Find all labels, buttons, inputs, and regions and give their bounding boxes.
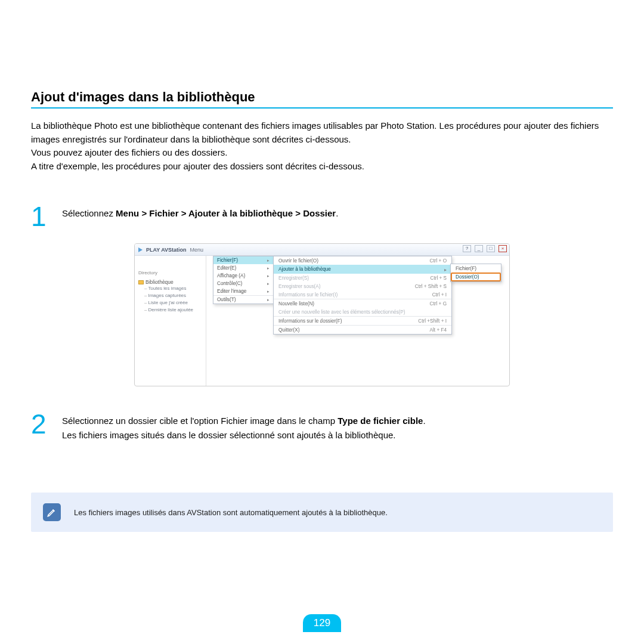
app-menu-label[interactable]: Menu: [190, 247, 204, 253]
info-note: Les fichiers images utilisés dans AVStat…: [31, 493, 613, 532]
intro-p2: Vous pouvez ajouter des fichiers ou des …: [31, 146, 613, 160]
step2-line2: Les fichiers images situés dans le dossi…: [62, 430, 396, 440]
app-title: PLAY AVStation: [146, 247, 187, 253]
step2-post: .: [423, 416, 425, 426]
window-maximize-button[interactable]: □: [487, 245, 495, 252]
tree-item[interactable]: Liste que j'ai créée: [144, 299, 206, 306]
step1-pre: Sélectionnez: [62, 208, 116, 218]
submenu3-item-dossier[interactable]: Dossier(O): [451, 273, 501, 281]
app-screenshot: PLAY AVStation Menu ? _ □ × Directory Bi…: [134, 243, 510, 386]
submenu-item-enregistrer-sous: Enregistrer sous(A)Ctrl + Shift + S: [274, 282, 451, 290]
step1-post: .: [336, 208, 338, 218]
step1-path: Menu > Fichier > Ajouter à la bibliothèq…: [116, 208, 336, 218]
submenu-item-info-fichier: Informations sur le fichier(I)Ctrl + I: [274, 290, 451, 299]
menu-item-editer[interactable]: Editer(E)▸: [213, 264, 273, 272]
submenu-item-ajouter[interactable]: Ajouter à la bibliothèque▸: [274, 265, 451, 274]
intro-block: La bibliothèque Photo est une bibliothèq…: [31, 119, 613, 173]
submenu-fichier: Ouvrir le fichier(O)Ctrl + O Ajouter à l…: [273, 256, 452, 335]
submenu-item-info-dossier[interactable]: Informations sur le dossier(F)Ctrl +Shif…: [274, 316, 451, 325]
step-2: 2 Sélectionnez un dossier cible et l'opt…: [31, 410, 613, 442]
submenu3-item-fichier[interactable]: Fichier(F): [451, 264, 501, 273]
pencil-icon: [43, 503, 61, 521]
submenu-item-ouvrir[interactable]: Ouvrir le fichier(O)Ctrl + O: [274, 256, 451, 265]
note-text: Les fichiers images utilisés dans AVStat…: [74, 508, 388, 517]
menu-item-outils[interactable]: Outils(T)▸: [213, 295, 273, 304]
menu-item-fichier[interactable]: Fichier(F)▸: [213, 256, 273, 264]
tree-item[interactable]: Images capturées: [144, 292, 206, 299]
window-minimize-button[interactable]: _: [475, 245, 483, 252]
step-2-number: 2: [31, 410, 51, 442]
submenu-item-nouvelle-liste[interactable]: Nouvelle liste(N)Ctrl + G: [274, 299, 451, 308]
tree-root[interactable]: Bibliothèque: [138, 279, 206, 285]
submenu-ajouter: Fichier(F) Dossier(O): [450, 264, 501, 282]
window-close-button[interactable]: ×: [499, 245, 507, 252]
submenu-item-enregistrer: Enregistrer(S)Ctrl + S: [274, 274, 451, 282]
section-title: Ajout d'images dans la bibliothèque: [31, 89, 613, 109]
page-number: 129: [303, 614, 341, 632]
menu-item-controle[interactable]: Contrôle(C)▸: [213, 280, 273, 287]
intro-p3: A titre d'exemple, les procédures pour a…: [31, 160, 613, 174]
submenu-item-creer-liste: Créer une nouvelle liste avec les élémen…: [274, 308, 451, 316]
tree-root-label: Bibliothèque: [145, 279, 174, 285]
menu-item-affichage[interactable]: Affichage (A)▸: [213, 272, 273, 280]
tree-item[interactable]: Toutes les images: [144, 285, 206, 292]
step-1: 1 Sélectionnez Menu > Fichier > Ajouter …: [31, 203, 613, 230]
sidebar-heading: Directory: [138, 270, 206, 275]
intro-p1: La bibliothèque Photo est une bibliothèq…: [31, 119, 613, 146]
submenu-item-quitter[interactable]: Quitter(X)Alt + F4: [274, 325, 451, 334]
folder-icon: [138, 280, 144, 284]
sidebar: Directory Bibliothèque Toutes les images…: [135, 256, 206, 386]
app-logo-icon: [138, 247, 143, 252]
step-2-text: Sélectionnez un dossier cible et l'optio…: [62, 410, 426, 442]
step-1-text: Sélectionnez Menu > Fichier > Ajouter à …: [62, 203, 338, 230]
window-titlebar: PLAY AVStation Menu ? _ □ ×: [135, 244, 509, 256]
tree-item[interactable]: Dernière liste ajoutée: [144, 306, 206, 314]
main-menu: Fichier(F)▸ Editer(E)▸ Affichage (A)▸ Co…: [213, 256, 274, 304]
menu-item-editer-image[interactable]: Editer l'image▸: [213, 287, 273, 295]
step-1-number: 1: [31, 203, 51, 230]
step2-pre: Sélectionnez un dossier cible et l'optio…: [62, 416, 338, 426]
window-help-button[interactable]: ?: [463, 245, 471, 252]
step2-bold: Type de fichier cible: [338, 416, 423, 426]
